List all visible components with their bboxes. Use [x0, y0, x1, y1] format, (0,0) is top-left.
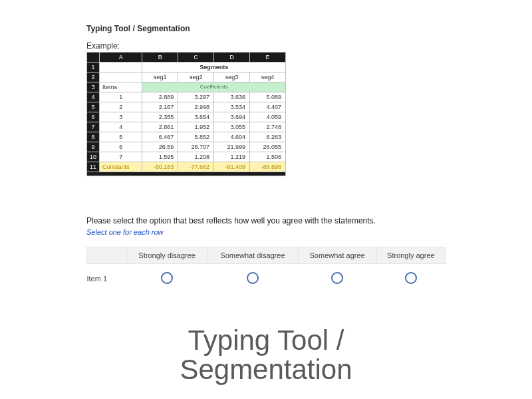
cell: -88.698 — [250, 162, 286, 172]
caption-title: Typing Tool /Segmentation — [0, 326, 532, 384]
cell: 4.407 — [250, 102, 286, 112]
cell: 1.208 — [178, 152, 214, 162]
cell: 1.952 — [178, 122, 214, 132]
col-letter: E — [250, 53, 286, 63]
cell: 21.999 — [214, 142, 250, 152]
items-label: Items — [100, 82, 142, 92]
item-index: 2 — [100, 102, 142, 112]
col-letter: C — [178, 53, 214, 63]
segment-name: seg2 — [178, 72, 214, 82]
item-index: 4 — [100, 122, 142, 132]
cell: 26.055 — [250, 142, 286, 152]
item-index: 7 — [100, 152, 142, 162]
cell: 1.219 — [214, 152, 250, 162]
likert-option-header: Somewhat agree — [298, 247, 376, 264]
col-letter: D — [214, 53, 250, 63]
cell: 5.852 — [178, 132, 214, 142]
likert-radio[interactable] — [405, 272, 417, 284]
page-title: Typing Tool / Segmentation — [86, 24, 446, 33]
corner-cell — [87, 53, 100, 63]
cell: 3.534 — [214, 102, 250, 112]
row-number: 1 — [87, 63, 100, 72]
row-number: 6 — [87, 112, 100, 122]
cell: -80.183 — [142, 162, 178, 172]
col-letter: A — [100, 53, 142, 63]
likert-option-header: Strongly disagree — [127, 247, 207, 264]
cell: 3.055 — [214, 122, 250, 132]
example-label: Example: — [86, 41, 446, 51]
row-number: 5 — [87, 102, 100, 112]
constants-label: Constants — [100, 162, 142, 172]
cell: 1.595 — [142, 152, 178, 162]
cell: 2.748 — [250, 122, 286, 132]
row-number: 10 — [87, 152, 100, 162]
example-spreadsheet: A B C D E 1 Segments 2 seg1 seg2 seg3 se… — [86, 52, 286, 176]
data-row: 4 1 2.889 3.297 3.636 5.089 — [87, 92, 286, 102]
segment-name: seg3 — [214, 72, 250, 82]
cell: 2.998 — [178, 102, 214, 112]
cell: 3.297 — [178, 92, 214, 102]
likert-option-header: Somewhat disagree — [207, 247, 298, 264]
cell: 3.694 — [214, 112, 250, 122]
likert-item-label: Item 1 — [87, 264, 127, 294]
cell: 4.059 — [250, 112, 286, 122]
cell: 6.263 — [250, 132, 286, 142]
cell: 3.654 — [178, 112, 214, 122]
item-index: 6 — [100, 142, 142, 152]
cell: 2.889 — [142, 92, 178, 102]
item-index: 1 — [100, 92, 142, 102]
coefficients-label: Coefficients — [142, 82, 286, 92]
segment-name: seg1 — [142, 72, 178, 82]
cell: 1.506 — [250, 152, 286, 162]
segment-name: seg4 — [250, 72, 286, 82]
likert-option-header: Strongly agree — [376, 247, 445, 264]
row-number: 4 — [87, 92, 100, 102]
row-number: 2 — [87, 72, 100, 82]
item-index: 5 — [100, 132, 142, 142]
constants-row: 11 Constants -80.183 -77.662 -61.408 -88… — [87, 162, 286, 172]
col-letter: B — [142, 53, 178, 63]
cell: 2.167 — [142, 102, 178, 112]
cell: 6.467 — [142, 132, 178, 142]
row-number: 8 — [87, 132, 100, 142]
row-number: 9 — [87, 142, 100, 152]
likert-grid: Strongly disagree Somewhat disagree Some… — [86, 247, 446, 293]
cell: 2.355 — [142, 112, 178, 122]
likert-radio[interactable] — [247, 272, 259, 284]
row-number: 7 — [87, 122, 100, 132]
cell: 26.707 — [178, 142, 214, 152]
data-row: 10 7 1.595 1.208 1.219 1.506 — [87, 152, 286, 162]
likert-empty-header — [87, 247, 127, 264]
survey-block: Please select the option that best refle… — [86, 216, 446, 293]
cell: 2.861 — [142, 122, 178, 132]
likert-row: Item 1 — [87, 264, 446, 294]
row-number: 3 — [87, 82, 100, 92]
data-row: 6 3 2.355 3.654 3.694 4.059 — [87, 112, 286, 122]
likert-radio[interactable] — [331, 272, 343, 284]
data-row: 8 5 6.467 5.852 4.604 6.263 — [87, 132, 286, 142]
item-index: 3 — [100, 112, 142, 122]
likert-radio[interactable] — [161, 272, 173, 284]
cell: 3.636 — [214, 92, 250, 102]
data-row: 5 2 2.167 2.998 3.534 4.407 — [87, 102, 286, 112]
survey-prompt: Please select the option that best refle… — [86, 216, 446, 225]
row-number: 11 — [87, 162, 100, 172]
cell: 4.604 — [214, 132, 250, 142]
data-row: 9 6 26.59 26.707 21.999 26.055 — [87, 142, 286, 152]
segments-label: Segments — [142, 63, 286, 72]
survey-instruction: Select one for each row — [86, 228, 446, 236]
cell: -61.408 — [214, 162, 250, 172]
cell: -77.662 — [178, 162, 214, 172]
cell: 5.089 — [250, 92, 286, 102]
cell: 26.59 — [142, 142, 178, 152]
data-row: 7 4 2.861 1.952 3.055 2.748 — [87, 122, 286, 132]
